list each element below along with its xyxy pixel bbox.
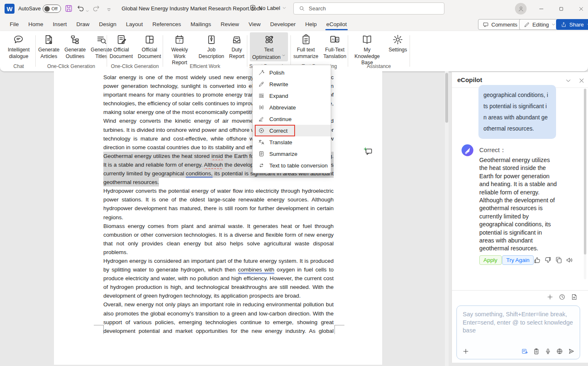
menu-item-summarize[interactable]: Summarize <box>253 148 331 160</box>
tab-help[interactable]: Help <box>300 17 322 31</box>
history-clock-icon[interactable] <box>559 293 566 301</box>
menu-item-label: Polish <box>269 70 284 76</box>
thumbs-up-icon[interactable] <box>533 256 541 264</box>
ribbon-button-job-description[interactable]: Job Description <box>196 32 227 61</box>
menu-item-translate[interactable]: Translate <box>253 136 331 148</box>
editing-mode-button[interactable]: Editing <box>519 19 560 30</box>
undo-icon[interactable] <box>76 4 85 13</box>
ribbon-button-official-document[interactable]: Official Document <box>107 32 135 61</box>
plus-icon[interactable] <box>462 348 469 355</box>
account-avatar[interactable] <box>515 3 527 15</box>
tab-home[interactable]: Home <box>24 17 48 31</box>
autosave-toggle[interactable]: Off <box>43 5 61 13</box>
document-paragraph[interactable]: Hydropower converts the potential energy… <box>103 187 334 221</box>
ribbon-button-full-text-tanslation[interactable]: A文Full-Text Tanslation <box>321 32 349 61</box>
panel-close-icon[interactable] <box>578 78 585 84</box>
comments-button[interactable]: Comments <box>478 19 522 30</box>
tab-layout[interactable]: Layout <box>121 17 148 31</box>
menu-item-correct[interactable]: Correct <box>253 125 331 136</box>
document-scrollbar-thumb[interactable] <box>445 73 448 123</box>
ribbon-button-intelligent-dialogue[interactable]: Intelligent dialogue <box>5 32 32 61</box>
text-run: Biomass energy comes from plant and anim… <box>103 223 334 255</box>
document-page[interactable]: Solar energy is one of the most widely u… <box>54 71 382 365</box>
tab-mailings[interactable]: Mailings <box>186 17 216 31</box>
menu-item-label: Rewrite <box>269 81 288 87</box>
doc-pen-icon <box>116 34 127 45</box>
menu-item-rewrite[interactable]: Rewrite <box>253 78 331 90</box>
doc-arrow-icon[interactable] <box>521 348 528 355</box>
tab-insert[interactable]: Insert <box>48 17 72 31</box>
search-input[interactable]: Search <box>293 2 444 15</box>
menu-item-text-to-table-conversion[interactable]: Text to table conversion <box>253 160 331 171</box>
try-again-button[interactable]: Try Again <box>502 255 534 265</box>
menu-item-continue[interactable]: Continue <box>253 113 331 125</box>
document-paragraph[interactable]: Overall, new energy not only plays an im… <box>103 300 334 335</box>
tab-ecopilot[interactable]: eCopilot <box>322 17 352 31</box>
spelling-error-text: Althouh <box>204 162 223 168</box>
document-paragraph[interactable]: Biomass energy comes from plant and anim… <box>103 222 334 257</box>
circle-x-icon <box>258 127 265 134</box>
doc-lines-icon <box>258 150 265 157</box>
tab-view[interactable]: View <box>244 17 265 31</box>
tab-review[interactable]: Review <box>216 17 244 31</box>
maximize-button[interactable] <box>551 0 571 17</box>
add-comment-icon[interactable] <box>363 146 373 156</box>
menu-item-expand[interactable]: Expand <box>253 90 331 102</box>
compress-lines-icon <box>258 104 265 111</box>
apply-button[interactable]: Apply <box>479 255 502 265</box>
ribbon-button-duty-report[interactable]: Duty Report <box>227 32 247 61</box>
chat-input[interactable]: Say something, Shift+Enter=line break, E… <box>456 305 580 359</box>
menu-item-abbreviate[interactable]: Abbreviate <box>253 102 331 113</box>
globe-icon[interactable] <box>556 348 563 355</box>
sensitivity-label-control[interactable]: No Label <box>249 4 286 12</box>
redo-icon <box>92 4 100 13</box>
menu-item-polish[interactable]: Polish <box>253 67 331 78</box>
prompt-board-icon[interactable] <box>533 348 540 355</box>
copy-icon[interactable] <box>555 256 563 264</box>
tab-draw[interactable]: Draw <box>72 17 95 31</box>
ribbon-group-label: Assistance <box>348 63 410 69</box>
user-message-bubble: geographical conditions, i ts potential … <box>478 85 556 139</box>
menu-item-label: Abbreviate <box>269 104 296 111</box>
ribbon-group-separator <box>290 35 291 67</box>
ribbon-button-generate-articles[interactable]: Generate Articles <box>36 32 62 61</box>
tab-file[interactable]: File <box>5 17 24 31</box>
ribbon-button-text-optimization[interactable]: Text Optimization <box>250 32 288 61</box>
save-icon[interactable] <box>64 4 73 13</box>
share-button[interactable]: Share <box>556 19 588 30</box>
word-app-icon[interactable]: W <box>5 4 15 14</box>
plus-icon[interactable] <box>547 293 554 301</box>
document-scrollbar[interactable] <box>445 71 449 366</box>
close-button[interactable] <box>571 0 588 17</box>
ribbon-button-weekly-work-report[interactable]: 7Weekly Work Report <box>163 32 196 67</box>
doc-grid-icon <box>144 34 155 45</box>
speaker-icon[interactable] <box>566 256 573 264</box>
quick-access-overflow-icon[interactable] <box>106 5 112 14</box>
tab-design[interactable]: Design <box>94 17 121 31</box>
ribbon-button-full-text-summarize[interactable]: Full text summarize <box>291 32 321 61</box>
tab-references[interactable]: References <box>148 17 186 31</box>
chevron-down-icon <box>282 53 285 57</box>
response-label: Correct： <box>479 146 506 154</box>
menu-item-label: Text to table conversion <box>269 162 328 169</box>
ribbon-button-label: Official Document <box>110 47 133 60</box>
ribbon-button-label: Generate Articles <box>38 47 59 60</box>
ribbon-button-settings[interactable]: Settings <box>386 32 410 54</box>
ribbon-button-generate-outlines[interactable]: Generate Outlines <box>62 32 88 61</box>
ribbon-button-official-document[interactable]: Official Document <box>135 32 163 61</box>
gear-icon <box>392 34 403 45</box>
thumbs-down-icon[interactable] <box>544 256 552 264</box>
panel-scrollbar-thumb[interactable] <box>584 89 586 255</box>
ribbon-group-label: One-Click Generation <box>107 63 163 69</box>
tab-developer[interactable]: Developer <box>266 17 301 31</box>
new-doc-icon[interactable] <box>571 293 578 301</box>
microphone-icon[interactable] <box>544 348 551 355</box>
ribbon-button-my-knowledge-base[interactable]: My Knowledge Base <box>348 32 386 67</box>
send-icon[interactable] <box>568 348 575 355</box>
svg-text:A: A <box>332 37 334 41</box>
document-paragraph[interactable]: Hydrogen energy is considered an importa… <box>103 257 334 300</box>
minimize-button[interactable] <box>532 0 551 17</box>
undo-chevron-icon[interactable] <box>85 7 89 15</box>
panel-scrollbar[interactable] <box>584 89 586 279</box>
panel-chevron-down-icon[interactable] <box>565 78 571 84</box>
